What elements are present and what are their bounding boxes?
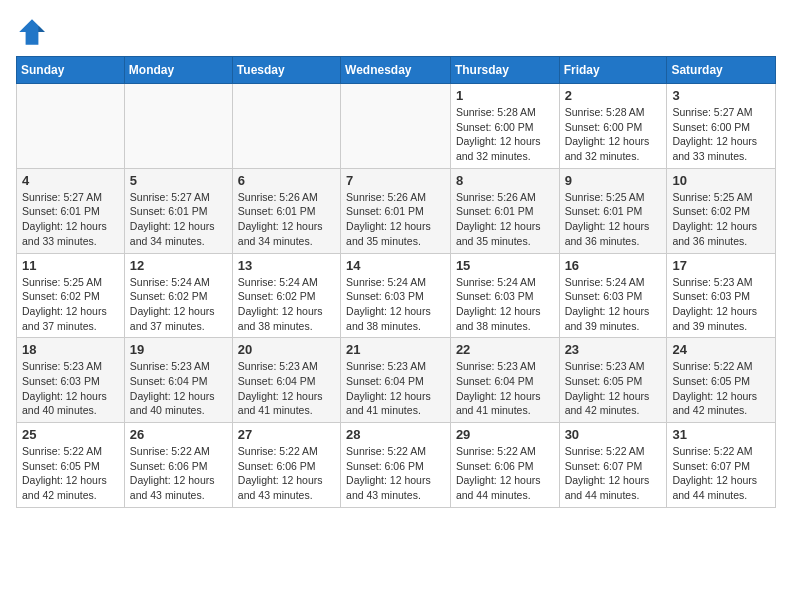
- calendar-week-1: 1Sunrise: 5:28 AMSunset: 6:00 PMDaylight…: [17, 84, 776, 169]
- logo-icon: [16, 16, 48, 48]
- day-info: Sunrise: 5:23 AMSunset: 6:03 PMDaylight:…: [22, 359, 119, 418]
- day-number: 4: [22, 173, 119, 188]
- calendar-cell: [232, 84, 340, 169]
- calendar-cell: 1Sunrise: 5:28 AMSunset: 6:00 PMDaylight…: [450, 84, 559, 169]
- day-info: Sunrise: 5:23 AMSunset: 6:04 PMDaylight:…: [130, 359, 227, 418]
- calendar-cell: 30Sunrise: 5:22 AMSunset: 6:07 PMDayligh…: [559, 423, 667, 508]
- calendar-cell: 31Sunrise: 5:22 AMSunset: 6:07 PMDayligh…: [667, 423, 776, 508]
- calendar-cell: 15Sunrise: 5:24 AMSunset: 6:03 PMDayligh…: [450, 253, 559, 338]
- calendar-cell: 9Sunrise: 5:25 AMSunset: 6:01 PMDaylight…: [559, 168, 667, 253]
- day-number: 12: [130, 258, 227, 273]
- calendar-cell: 10Sunrise: 5:25 AMSunset: 6:02 PMDayligh…: [667, 168, 776, 253]
- day-number: 11: [22, 258, 119, 273]
- day-number: 15: [456, 258, 554, 273]
- calendar-cell: 29Sunrise: 5:22 AMSunset: 6:06 PMDayligh…: [450, 423, 559, 508]
- day-number: 17: [672, 258, 770, 273]
- header-wednesday: Wednesday: [341, 57, 451, 84]
- calendar-cell: 7Sunrise: 5:26 AMSunset: 6:01 PMDaylight…: [341, 168, 451, 253]
- calendar-cell: 22Sunrise: 5:23 AMSunset: 6:04 PMDayligh…: [450, 338, 559, 423]
- day-info: Sunrise: 5:24 AMSunset: 6:03 PMDaylight:…: [456, 275, 554, 334]
- day-number: 6: [238, 173, 335, 188]
- day-number: 14: [346, 258, 445, 273]
- header-friday: Friday: [559, 57, 667, 84]
- calendar-cell: 3Sunrise: 5:27 AMSunset: 6:00 PMDaylight…: [667, 84, 776, 169]
- day-info: Sunrise: 5:22 AMSunset: 6:06 PMDaylight:…: [130, 444, 227, 503]
- calendar-cell: 14Sunrise: 5:24 AMSunset: 6:03 PMDayligh…: [341, 253, 451, 338]
- day-number: 27: [238, 427, 335, 442]
- day-info: Sunrise: 5:27 AMSunset: 6:00 PMDaylight:…: [672, 105, 770, 164]
- day-info: Sunrise: 5:23 AMSunset: 6:04 PMDaylight:…: [456, 359, 554, 418]
- day-info: Sunrise: 5:28 AMSunset: 6:00 PMDaylight:…: [456, 105, 554, 164]
- day-info: Sunrise: 5:26 AMSunset: 6:01 PMDaylight:…: [456, 190, 554, 249]
- calendar-cell: [341, 84, 451, 169]
- day-number: 20: [238, 342, 335, 357]
- header-thursday: Thursday: [450, 57, 559, 84]
- day-number: 18: [22, 342, 119, 357]
- calendar-week-3: 11Sunrise: 5:25 AMSunset: 6:02 PMDayligh…: [17, 253, 776, 338]
- calendar-cell: [17, 84, 125, 169]
- day-info: Sunrise: 5:24 AMSunset: 6:03 PMDaylight:…: [565, 275, 662, 334]
- day-number: 23: [565, 342, 662, 357]
- calendar-week-2: 4Sunrise: 5:27 AMSunset: 6:01 PMDaylight…: [17, 168, 776, 253]
- day-number: 28: [346, 427, 445, 442]
- calendar-cell: 28Sunrise: 5:22 AMSunset: 6:06 PMDayligh…: [341, 423, 451, 508]
- day-info: Sunrise: 5:25 AMSunset: 6:02 PMDaylight:…: [672, 190, 770, 249]
- day-number: 19: [130, 342, 227, 357]
- day-number: 5: [130, 173, 227, 188]
- day-number: 1: [456, 88, 554, 103]
- header-tuesday: Tuesday: [232, 57, 340, 84]
- day-info: Sunrise: 5:22 AMSunset: 6:07 PMDaylight:…: [672, 444, 770, 503]
- calendar-cell: 20Sunrise: 5:23 AMSunset: 6:04 PMDayligh…: [232, 338, 340, 423]
- calendar-cell: 4Sunrise: 5:27 AMSunset: 6:01 PMDaylight…: [17, 168, 125, 253]
- day-info: Sunrise: 5:27 AMSunset: 6:01 PMDaylight:…: [22, 190, 119, 249]
- day-info: Sunrise: 5:26 AMSunset: 6:01 PMDaylight:…: [238, 190, 335, 249]
- day-number: 29: [456, 427, 554, 442]
- calendar-cell: 16Sunrise: 5:24 AMSunset: 6:03 PMDayligh…: [559, 253, 667, 338]
- calendar-cell: 17Sunrise: 5:23 AMSunset: 6:03 PMDayligh…: [667, 253, 776, 338]
- calendar-cell: 25Sunrise: 5:22 AMSunset: 6:05 PMDayligh…: [17, 423, 125, 508]
- day-number: 22: [456, 342, 554, 357]
- day-info: Sunrise: 5:27 AMSunset: 6:01 PMDaylight:…: [130, 190, 227, 249]
- day-number: 9: [565, 173, 662, 188]
- day-info: Sunrise: 5:25 AMSunset: 6:01 PMDaylight:…: [565, 190, 662, 249]
- day-number: 3: [672, 88, 770, 103]
- day-info: Sunrise: 5:23 AMSunset: 6:04 PMDaylight:…: [346, 359, 445, 418]
- calendar-week-5: 25Sunrise: 5:22 AMSunset: 6:05 PMDayligh…: [17, 423, 776, 508]
- day-number: 21: [346, 342, 445, 357]
- calendar-cell: 11Sunrise: 5:25 AMSunset: 6:02 PMDayligh…: [17, 253, 125, 338]
- day-info: Sunrise: 5:23 AMSunset: 6:04 PMDaylight:…: [238, 359, 335, 418]
- day-info: Sunrise: 5:24 AMSunset: 6:02 PMDaylight:…: [238, 275, 335, 334]
- day-number: 26: [130, 427, 227, 442]
- calendar-cell: 18Sunrise: 5:23 AMSunset: 6:03 PMDayligh…: [17, 338, 125, 423]
- day-info: Sunrise: 5:26 AMSunset: 6:01 PMDaylight:…: [346, 190, 445, 249]
- day-info: Sunrise: 5:23 AMSunset: 6:05 PMDaylight:…: [565, 359, 662, 418]
- calendar: SundayMondayTuesdayWednesdayThursdayFrid…: [16, 56, 776, 508]
- day-info: Sunrise: 5:24 AMSunset: 6:02 PMDaylight:…: [130, 275, 227, 334]
- calendar-cell: 19Sunrise: 5:23 AMSunset: 6:04 PMDayligh…: [124, 338, 232, 423]
- day-number: 2: [565, 88, 662, 103]
- calendar-cell: 26Sunrise: 5:22 AMSunset: 6:06 PMDayligh…: [124, 423, 232, 508]
- day-info: Sunrise: 5:22 AMSunset: 6:06 PMDaylight:…: [238, 444, 335, 503]
- day-info: Sunrise: 5:24 AMSunset: 6:03 PMDaylight:…: [346, 275, 445, 334]
- header-monday: Monday: [124, 57, 232, 84]
- day-info: Sunrise: 5:23 AMSunset: 6:03 PMDaylight:…: [672, 275, 770, 334]
- calendar-cell: 2Sunrise: 5:28 AMSunset: 6:00 PMDaylight…: [559, 84, 667, 169]
- header-sunday: Sunday: [17, 57, 125, 84]
- day-info: Sunrise: 5:25 AMSunset: 6:02 PMDaylight:…: [22, 275, 119, 334]
- calendar-cell: 27Sunrise: 5:22 AMSunset: 6:06 PMDayligh…: [232, 423, 340, 508]
- day-number: 31: [672, 427, 770, 442]
- day-number: 10: [672, 173, 770, 188]
- day-number: 13: [238, 258, 335, 273]
- calendar-cell: [124, 84, 232, 169]
- logo: [16, 16, 50, 48]
- calendar-week-4: 18Sunrise: 5:23 AMSunset: 6:03 PMDayligh…: [17, 338, 776, 423]
- day-info: Sunrise: 5:22 AMSunset: 6:05 PMDaylight:…: [672, 359, 770, 418]
- calendar-cell: 13Sunrise: 5:24 AMSunset: 6:02 PMDayligh…: [232, 253, 340, 338]
- calendar-cell: 6Sunrise: 5:26 AMSunset: 6:01 PMDaylight…: [232, 168, 340, 253]
- calendar-cell: 21Sunrise: 5:23 AMSunset: 6:04 PMDayligh…: [341, 338, 451, 423]
- header-saturday: Saturday: [667, 57, 776, 84]
- day-number: 25: [22, 427, 119, 442]
- page-header: [16, 16, 776, 48]
- day-number: 30: [565, 427, 662, 442]
- calendar-cell: 5Sunrise: 5:27 AMSunset: 6:01 PMDaylight…: [124, 168, 232, 253]
